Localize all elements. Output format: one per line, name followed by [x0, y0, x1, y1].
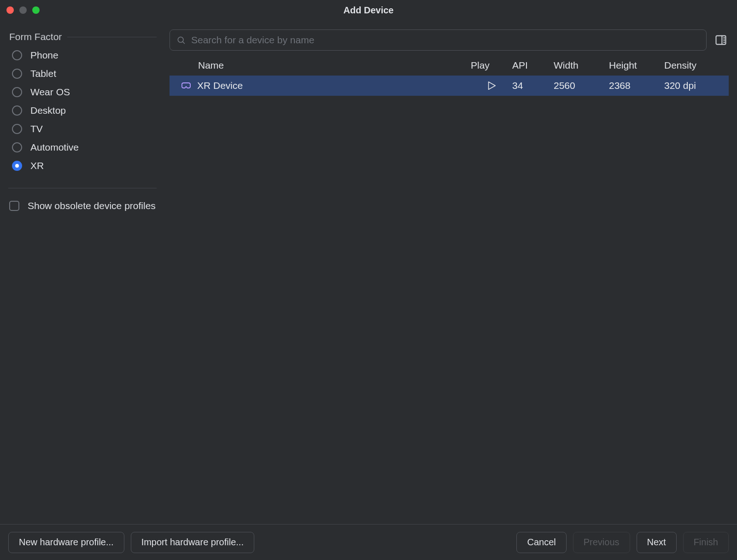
form-factor-phone[interactable]: Phone [12, 50, 157, 61]
column-api[interactable]: API [512, 60, 554, 71]
radio-label: XR [30, 160, 44, 171]
form-factor-tablet[interactable]: Tablet [12, 68, 157, 79]
finish-button: Finish [683, 532, 729, 553]
table-row[interactable]: XR Device 34 2560 2368 320 dpi [170, 76, 729, 96]
form-factor-radio-group: Phone Tablet Wear OS Desktop TV Automoti… [8, 50, 157, 171]
radio-icon [12, 142, 22, 152]
main-panel: Name Play API Width Height Density XR De… [165, 20, 737, 524]
radio-icon [12, 124, 22, 134]
import-hardware-profile-button[interactable]: Import hardware profile... [131, 532, 254, 553]
form-factor-automotive[interactable]: Automotive [12, 142, 157, 153]
radio-icon [12, 161, 22, 171]
search-input[interactable] [191, 35, 700, 46]
column-name[interactable]: Name [198, 60, 471, 71]
form-factor-xr[interactable]: XR [12, 160, 157, 171]
cell-api: 34 [512, 80, 554, 91]
svg-marker-7 [489, 82, 496, 90]
radio-label: Desktop [30, 105, 66, 116]
cancel-button[interactable]: Cancel [516, 532, 566, 553]
radio-icon [12, 69, 22, 79]
checkbox-icon [9, 201, 19, 211]
form-factor-wear-os[interactable]: Wear OS [12, 87, 157, 98]
search-box[interactable] [170, 29, 707, 51]
form-factor-label: Form Factor [9, 31, 62, 42]
search-icon [176, 35, 186, 45]
sidebar-header: Form Factor [8, 31, 157, 42]
cell-name: XR Device [181, 80, 471, 91]
radio-icon [12, 50, 22, 60]
column-density[interactable]: Density [664, 60, 724, 71]
header-divider [67, 37, 157, 37]
previous-button: Previous [573, 532, 630, 553]
title-bar: Add Device [0, 0, 737, 20]
content-area: Form Factor Phone Tablet Wear OS Desktop [0, 20, 737, 524]
cell-density: 320 dpi [664, 80, 724, 91]
form-factor-tv[interactable]: TV [12, 123, 157, 134]
minimize-window-button[interactable] [19, 6, 27, 14]
close-window-button[interactable] [6, 6, 14, 14]
next-button[interactable]: Next [637, 532, 677, 553]
column-height[interactable]: Height [609, 60, 664, 71]
radio-label: Automotive [30, 142, 79, 153]
xr-device-icon [181, 81, 192, 90]
radio-label: Wear OS [30, 87, 70, 98]
details-panel-toggle[interactable] [713, 32, 729, 48]
column-play[interactable]: Play [471, 60, 512, 71]
bottom-bar: New hardware profile... Import hardware … [0, 524, 737, 560]
new-hardware-profile-button[interactable]: New hardware profile... [8, 532, 124, 553]
search-row [170, 29, 729, 51]
radio-label: Tablet [30, 68, 56, 79]
svg-point-0 [178, 37, 183, 42]
play-store-icon [486, 81, 497, 91]
device-table: Name Play API Width Height Density XR De… [170, 55, 729, 524]
radio-label: Phone [30, 50, 58, 61]
sidebar-divider [8, 188, 157, 188]
show-obsolete-checkbox[interactable]: Show obsolete device profiles [8, 199, 157, 212]
table-header: Name Play API Width Height Density [170, 55, 729, 76]
zoom-window-button[interactable] [32, 6, 40, 14]
cell-width: 2560 [554, 80, 609, 91]
window-controls [6, 6, 40, 14]
sidebar: Form Factor Phone Tablet Wear OS Desktop [0, 20, 165, 524]
column-width[interactable]: Width [554, 60, 609, 71]
form-factor-desktop[interactable]: Desktop [12, 105, 157, 116]
window-title: Add Device [344, 5, 394, 16]
device-name: XR Device [197, 80, 243, 91]
radio-icon [12, 105, 22, 116]
cell-height: 2368 [609, 80, 664, 91]
checkbox-label: Show obsolete device profiles [28, 199, 156, 212]
cell-play [471, 81, 512, 91]
radio-label: TV [30, 123, 43, 134]
radio-icon [12, 87, 22, 97]
svg-line-1 [183, 42, 185, 44]
